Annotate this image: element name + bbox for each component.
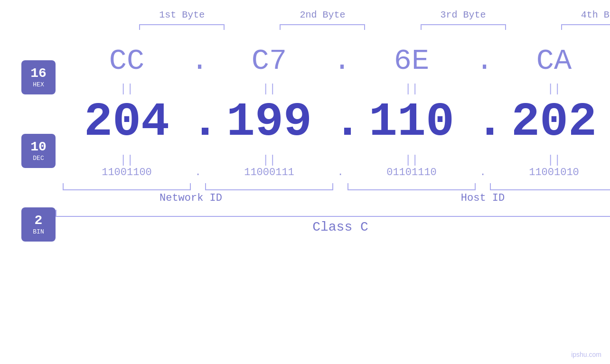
class-bracket [56,210,610,217]
hex-row: CC . C7 . 6E . CA [56,44,610,78]
eq1-dot2 [333,83,347,95]
eq1-oct4: || [490,83,610,95]
byte2-header: 2nd Byte [259,9,386,20]
bracket-line-4 [561,24,610,30]
bin-oct1: 11001100 [63,167,191,178]
bin-dot3: . [476,167,490,178]
hex-label: HEX [33,81,44,88]
hex-oct1: CC [63,44,191,78]
eq1-oct2: || [205,83,333,95]
network-host-labels: Network ID Host ID [56,192,610,204]
bin-dot1: . [191,167,205,178]
hex-oct2: C7 [205,44,333,78]
dec-oct4: 202 [490,95,610,149]
bracket-line-3 [421,24,506,30]
host-id-label: Host ID [340,192,610,204]
bottom-brackets [56,183,610,190]
bin-label: BIN [33,228,44,235]
bracket-3 [400,24,526,30]
net-bracket-1 [63,183,191,190]
spacer1 [191,183,205,190]
hex-number: 16 [30,67,47,80]
hex-badge: 16 HEX [21,60,56,94]
main-layout: 1st Byte 2nd Byte 3rd Byte 4th Byte [0,0,610,364]
byte-headers-row: 1st Byte 2nd Byte 3rd Byte 4th Byte [119,9,610,20]
eq2-dot1 [191,154,205,167]
dec-dot2: . [333,95,347,149]
eq2-oct2: || [205,154,333,167]
eq2-oct1: || [63,154,191,167]
eq1-oct3: || [347,83,476,95]
dec-oct1: 204 [63,95,191,149]
eq1-dot3 [476,83,490,95]
class-label-row: Class C [56,220,610,234]
base-badges: 16 HEX 10 DEC 2 BIN [0,44,56,258]
hex-oct3: 6E [347,44,476,78]
eq2-dot3 [476,154,490,167]
dec-oct3: 110 [347,95,476,149]
eq2-dot2 [333,154,347,167]
bracket-4 [540,24,610,30]
dec-number: 10 [30,140,47,154]
dec-oct2: 199 [205,95,333,149]
bin-badge-wrapper: 2 BIN [21,191,56,258]
byte4-header: 4th Byte [540,9,610,20]
net-bracket-2 [205,183,333,190]
bin-number: 2 [35,214,43,227]
network-id-label: Network ID [56,192,326,204]
hex-dot3: . [476,44,490,78]
class-bracket-row [56,210,610,217]
ip-content: CC . C7 . 6E . CA || || || || 204 [56,44,610,258]
bracket-2 [259,24,386,30]
dec-dot1: . [191,95,205,149]
bracket-1 [119,24,245,30]
equals-row-1: || || || || [56,83,610,95]
hex-badge-wrapper: 16 HEX [21,44,56,111]
dec-dot3: . [476,95,490,149]
hex-dot2: . [333,44,347,78]
byte-headers-section: 1st Byte 2nd Byte 3rd Byte 4th Byte [0,9,610,44]
dec-label: DEC [33,155,44,162]
class-label: Class C [56,220,610,234]
spacer3 [476,183,490,190]
byte3-header: 3rd Byte [400,9,526,20]
bracket-line-2 [280,24,365,30]
host-bracket-1 [347,183,476,190]
bin-oct3: 01101110 [347,167,476,178]
bin-oct4: 11001010 [490,167,610,178]
hex-dot1: . [191,44,205,78]
watermark: ipshu.com [571,351,601,358]
bin-dot2: . [333,167,347,178]
bin-row: 11001100 . 11000111 . 01101110 . 1100101… [56,167,610,178]
eq1-dot1 [191,83,205,95]
hex-oct4: CA [490,44,610,78]
spacer2 [333,183,347,190]
dec-badge: 10 DEC [21,134,56,168]
bin-oct2: 11000111 [205,167,333,178]
eq1-oct1: || [63,83,191,95]
dec-row: 204 . 199 . 110 . 202 [56,95,610,149]
host-bracket-2 [490,183,610,190]
eq2-oct4: || [490,154,610,167]
bin-badge: 2 BIN [21,207,56,242]
nh-spacer [326,192,340,204]
equals-row-2: || || || || [56,154,610,167]
rows-section: 16 HEX 10 DEC 2 BIN CC [0,44,610,258]
eq2-oct3: || [347,154,476,167]
byte1-header: 1st Byte [119,9,245,20]
bracket-line-1 [139,24,225,30]
dec-badge-wrapper: 10 DEC [21,111,56,191]
bracket-row [119,24,610,30]
